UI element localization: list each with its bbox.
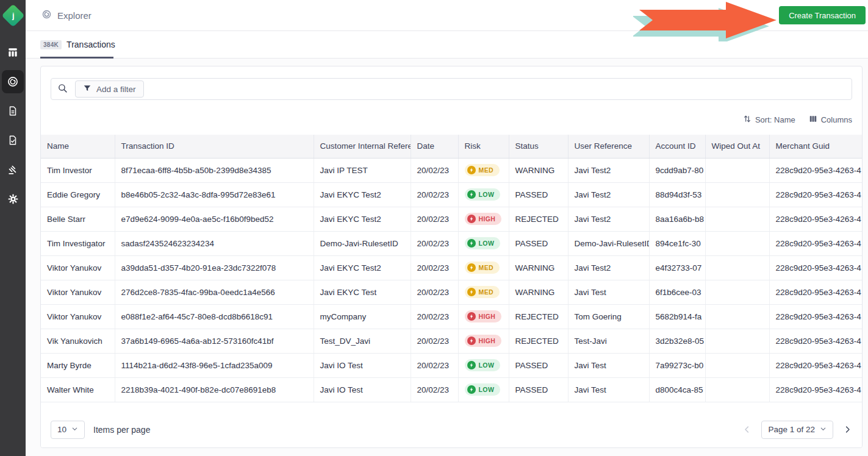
- column-header-name: Name: [41, 135, 115, 158]
- app-logo[interactable]: j: [1, 4, 24, 27]
- page-title: Explorer: [57, 10, 91, 21]
- table-row[interactable]: Vik Yanukovich 37a6b149-6965-4a6a-ab12-5…: [41, 329, 863, 353]
- page-select[interactable]: Page 1 of 22: [761, 421, 833, 439]
- risk-badge: HIGH: [465, 335, 502, 347]
- table-row[interactable]: Viktor Yanukov e088f1e2-af64-45c7-80e8-d…: [41, 304, 863, 329]
- risk-badge: MED: [465, 286, 500, 298]
- sidebar-item-documents[interactable]: [2, 99, 24, 123]
- sidebar-item-reports[interactable]: [2, 129, 24, 152]
- pagination-bar: 10 Items per page Page 1 of 22: [41, 411, 862, 447]
- cell-date: 20/02/23: [411, 280, 458, 304]
- sidebar-item-settings[interactable]: [2, 187, 24, 210]
- cell-date: 20/02/23: [411, 231, 458, 255]
- cell-name: Walter White: [41, 377, 115, 402]
- risk-badge-label: MED: [479, 264, 494, 271]
- table-controls: Sort: Name Columns: [51, 115, 852, 125]
- cell-risk: MED: [458, 255, 509, 280]
- sidebar-item-rules[interactable]: [2, 158, 24, 181]
- cell-merchant-guid: 228c9d20-95e3-4263-4: [769, 231, 863, 255]
- add-filter-button[interactable]: Add a filter: [75, 80, 144, 98]
- cell-risk: MED: [458, 158, 509, 182]
- cell-merchant-guid: 228c9d20-95e3-4263-4: [769, 207, 863, 231]
- columns-icon: [809, 115, 817, 125]
- table-row[interactable]: Walter White 2218b39a-4021-490f-b82e-dc0…: [41, 377, 863, 402]
- tab-bar: 384K Transactions: [26, 31, 868, 59]
- cell-customer-internal-ref: Javi EKYC Test2: [314, 182, 411, 207]
- cell-date: 20/02/23: [411, 377, 458, 402]
- cell-risk: LOW: [458, 353, 509, 377]
- cell-risk: LOW: [458, 182, 509, 207]
- tab-transactions[interactable]: 384K Transactions: [40, 31, 132, 58]
- cell-user-reference: Test-Javi: [568, 329, 649, 353]
- cell-status: WARNING: [509, 255, 568, 280]
- cell-name: Viktor Yanukov: [41, 255, 115, 280]
- table-row[interactable]: Tim Investor 8f71ecaa-6ff8-4b5b-a50b-239…: [41, 158, 863, 182]
- column-header-date: Date: [411, 135, 458, 158]
- tab-transactions-label: Transactions: [66, 40, 115, 49]
- cell-account-id: 88d94d3f-53: [649, 182, 705, 207]
- cell-user-reference: Javi Test2: [568, 158, 649, 182]
- lightning-icon: [467, 166, 476, 174]
- transactions-panel: Add a filter Sort: Name Columns NameTran…: [40, 66, 863, 448]
- lightning-icon: [467, 263, 476, 272]
- risk-badge: MED: [465, 164, 500, 176]
- app-logo-letter: j: [12, 11, 14, 20]
- cell-user-reference: Javi Test2: [568, 207, 649, 231]
- lightning-icon: [467, 312, 476, 321]
- cell-wiped-out-at: [705, 304, 769, 329]
- cell-merchant-guid: 228c9d20-95e3-4263-4: [769, 255, 863, 280]
- table-body: Tim Investor 8f71ecaa-6ff8-4b5b-a50b-239…: [41, 158, 863, 402]
- lightning-icon: [467, 288, 476, 296]
- risk-badge-label: LOW: [479, 240, 495, 247]
- column-header-user-reference: User Reference: [568, 135, 649, 158]
- create-transaction-button[interactable]: Create Transaction: [779, 6, 866, 24]
- risk-badge-label: MED: [479, 288, 494, 296]
- table-row[interactable]: Eddie Gregory b8e46b05-2c32-4a3c-8dfa-99…: [41, 182, 863, 207]
- cell-customer-internal-ref: Javi IO Test: [314, 377, 411, 402]
- cell-date: 20/02/23: [411, 182, 458, 207]
- risk-badge-label: HIGH: [479, 215, 496, 223]
- risk-badge: MED: [465, 262, 500, 274]
- cell-customer-internal-ref: Javi EKYC Test2: [314, 207, 411, 231]
- sidebar-item-explorer[interactable]: [2, 70, 24, 93]
- cell-name: Tim Investigator: [41, 231, 115, 255]
- add-filter-label: Add a filter: [96, 85, 136, 94]
- pager: Page 1 of 22: [742, 421, 852, 439]
- sort-control[interactable]: Sort: Name: [743, 115, 795, 125]
- lightning-icon: [467, 239, 476, 248]
- cell-merchant-guid: 228c9d20-95e3-4263-4: [769, 304, 863, 329]
- cell-account-id: e4f32733-07: [649, 255, 705, 280]
- cell-transaction-id: b8e46b05-2c32-4a3c-8dfa-995d72e83e61: [115, 182, 314, 207]
- items-per-page-select[interactable]: 10: [51, 421, 85, 439]
- table-row[interactable]: Belle Starr e7d9e624-9099-4e0a-ae5c-f16b…: [41, 207, 863, 231]
- items-per-page-label: Items per page: [93, 425, 150, 435]
- table-row[interactable]: Viktor Yanukov a39dda51-d357-4b20-91ea-2…: [41, 255, 863, 280]
- cell-name: Viktor Yanukov: [41, 304, 115, 329]
- items-per-page-value: 10: [57, 425, 66, 434]
- cell-risk: HIGH: [458, 329, 509, 353]
- cell-transaction-id: 8f71ecaa-6ff8-4b5b-a50b-2399d8e34385: [115, 158, 314, 182]
- lightning-icon: [467, 337, 476, 345]
- cell-transaction-id: a39dda51-d357-4b20-91ea-23dc7322f078: [115, 255, 314, 280]
- chevron-right-icon[interactable]: [843, 425, 852, 434]
- cell-date: 20/02/23: [411, 255, 458, 280]
- table-row[interactable]: Tim Investigator sadasf243524623234234 D…: [41, 231, 863, 255]
- cell-customer-internal-ref: Demo-Javi-RulesetID: [314, 231, 411, 255]
- table-row[interactable]: Viktor Yanukov 276d2ce8-7835-4fac-99ba-0…: [41, 280, 863, 304]
- cell-wiped-out-at: [705, 231, 769, 255]
- cell-customer-internal-ref: Javi EKYC Test: [314, 280, 411, 304]
- columns-control[interactable]: Columns: [809, 115, 852, 125]
- risk-badge-label: HIGH: [479, 313, 496, 320]
- cell-transaction-id: 276d2ce8-7835-4fac-99ba-0eedc1a4e566: [115, 280, 314, 304]
- risk-badge-label: LOW: [479, 362, 495, 369]
- explorer-spiral-icon: [41, 9, 52, 21]
- cell-transaction-id: e7d9e624-9099-4e0a-ae5c-f16b0f9bed52: [115, 207, 314, 231]
- lightning-icon: [467, 215, 476, 223]
- table-row[interactable]: Marty Byrde 1114b21a-d6d2-43f8-96e5-1cfa…: [41, 353, 863, 377]
- cell-user-reference: Javi Test: [568, 353, 649, 377]
- document-check-icon: [7, 135, 18, 146]
- chevron-left-icon[interactable]: [742, 425, 751, 434]
- cell-wiped-out-at: [705, 353, 769, 377]
- sidebar-item-dashboard[interactable]: [2, 41, 24, 64]
- cell-account-id: 8aa16a6b-b8: [649, 207, 705, 231]
